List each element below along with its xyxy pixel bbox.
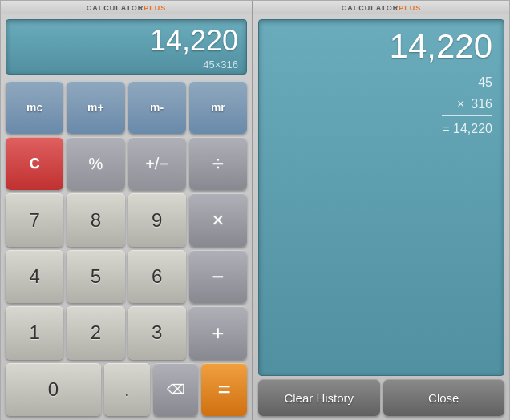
memory-row: mc m+ m- mr	[6, 81, 247, 134]
right-header: CALCULATORPLUS	[253, 1, 509, 14]
btn-7[interactable]: 7	[6, 193, 63, 246]
btn-subtract[interactable]: −	[189, 250, 247, 303]
history-step1-num: 45	[478, 71, 492, 93]
btn-3[interactable]: 3	[128, 306, 186, 359]
history-step3: = 14,220	[442, 115, 492, 139]
row-123: 1 2 3 +	[6, 306, 247, 359]
btn-mminus[interactable]: m-	[128, 81, 186, 134]
history-step2-op: ×	[457, 93, 464, 115]
history-main-result: 14,220	[390, 28, 492, 65]
right-header-text: CALCULATOR	[342, 4, 399, 12]
btn-1[interactable]: 1	[6, 306, 63, 359]
func-row: C % +/− ÷	[6, 137, 247, 190]
btn-4[interactable]: 4	[6, 250, 63, 303]
btn-6[interactable]: 6	[128, 250, 186, 303]
calculator-left: CALCULATORPLUS 14,220 45×316 mc m+ m- mr…	[1, 1, 253, 420]
history-display: 14,220 45 × 316 = 14,220	[258, 19, 504, 376]
btn-9[interactable]: 9	[128, 193, 186, 246]
backspace-icon: ⌫	[167, 382, 185, 397]
calculator-right: CALCULATORPLUS 14,220 45 × 316 = 14,220 …	[253, 1, 509, 420]
history-step3-eq: = 14,220	[442, 118, 492, 139]
btn-divide[interactable]: ÷	[189, 137, 247, 190]
app-wrapper: CALCULATORPLUS 14,220 45×316 mc m+ m- mr…	[0, 0, 510, 420]
btn-mr[interactable]: mr	[189, 81, 247, 134]
btn-2[interactable]: 2	[67, 306, 124, 359]
right-header-plus: PLUS	[399, 4, 421, 12]
btn-add[interactable]: +	[189, 306, 247, 359]
btn-8[interactable]: 8	[67, 193, 124, 246]
main-display: 14,220 45×316	[6, 19, 247, 75]
button-grid: mc m+ m- mr C % +/− ÷ 7 8 9 × 4 5	[1, 78, 252, 420]
btn-clear[interactable]: C	[6, 137, 63, 190]
btn-equals[interactable]: =	[201, 363, 247, 416]
left-header-text: CALCULATOR	[87, 4, 144, 12]
btn-dot[interactable]: .	[104, 363, 150, 416]
btn-plusminus[interactable]: +/−	[128, 137, 186, 190]
clear-history-button[interactable]: Clear History	[258, 379, 380, 416]
left-header: CALCULATORPLUS	[1, 1, 252, 14]
btn-mplus[interactable]: m+	[67, 81, 124, 134]
btn-multiply[interactable]: ×	[189, 193, 247, 246]
btn-0[interactable]: 0	[6, 363, 101, 416]
history-step2: × 316	[442, 93, 492, 115]
btn-mc[interactable]: mc	[6, 81, 63, 134]
history-step1: 45	[442, 71, 492, 93]
row-456: 4 5 6 −	[6, 250, 247, 303]
display-main-value: 14,220	[14, 25, 238, 57]
display-sub-value: 45×316	[14, 59, 238, 71]
left-header-plus: PLUS	[144, 4, 166, 12]
history-action-buttons: Clear History Close	[253, 379, 509, 420]
row-0: 0 . ⌫ =	[6, 363, 247, 416]
btn-5[interactable]: 5	[67, 250, 124, 303]
history-step2-num: 316	[471, 93, 492, 115]
history-steps: 45 × 316 = 14,220	[442, 71, 492, 139]
row-789: 7 8 9 ×	[6, 193, 247, 246]
btn-backspace[interactable]: ⌫	[153, 363, 199, 416]
btn-percent[interactable]: %	[67, 137, 124, 190]
close-button[interactable]: Close	[383, 379, 505, 416]
